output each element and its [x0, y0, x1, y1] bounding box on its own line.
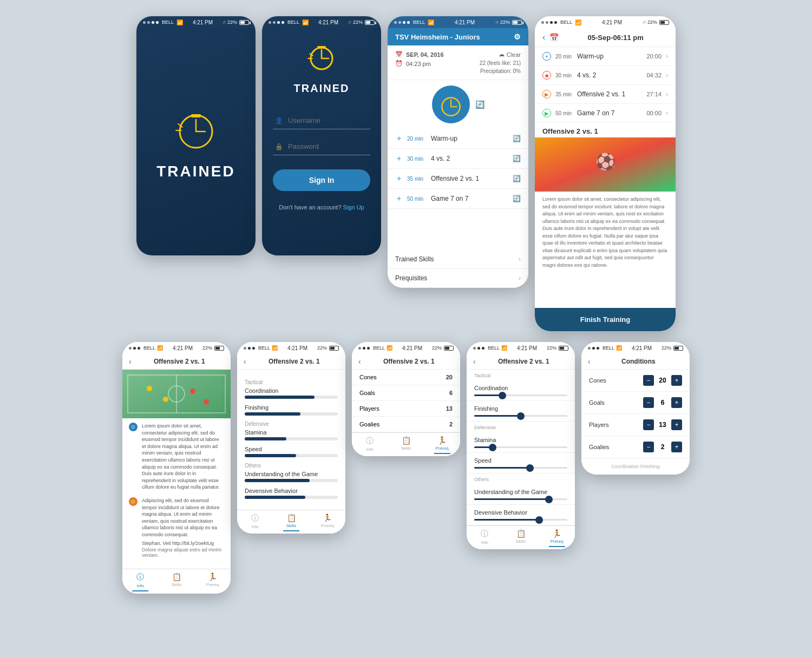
timer-svg [437, 91, 464, 118]
nav-info-6[interactable]: ⓘ Info [237, 514, 273, 531]
nav-skills-6[interactable]: 📋 Skills [273, 514, 310, 531]
finish-training-button[interactable]: Finish Training [535, 308, 676, 331]
svg-point-22 [163, 397, 168, 402]
understanding-track[interactable] [474, 498, 567, 500]
info-num-1: ⊙ [129, 423, 137, 431]
settings-icon[interactable]: ⚙ [514, 32, 521, 41]
d-timer-4: 00:00 [642, 110, 662, 116]
sb7: BELL 📶 4:21 PM 22% [352, 342, 460, 354]
duration-2: 30 min [407, 156, 427, 162]
goalies-minus-btn[interactable]: − [643, 442, 654, 452]
players-minus-btn[interactable]: − [643, 419, 654, 430]
signin-button[interactable]: Sign In [273, 169, 370, 191]
prereq-players: Players 13 [352, 401, 460, 417]
detail-item-4[interactable]: ▶ 50 min Game 7 on 7 00:00 › [535, 104, 676, 123]
prereq-icon-7: 🏃 [437, 436, 447, 445]
speed-track[interactable] [474, 467, 567, 469]
training-list: ＋ 20 min Warm-up 🔄 ＋ 30 min 4 vs. 2 🔄 ＋ … [388, 129, 528, 250]
svg-text:⚽: ⚽ [595, 152, 616, 172]
nav-skills-8[interactable]: 📋 Skills [503, 529, 539, 547]
dot3 [152, 21, 154, 24]
slider-tactical: Tactical [467, 373, 575, 378]
bottom-nav-7: ⓘ Info 📋 Skills 🏃 Prereq [352, 432, 460, 456]
back-8[interactable]: ‹ [473, 357, 476, 366]
nav-info-label-6: Info [252, 524, 259, 529]
back-7[interactable]: ‹ [358, 357, 361, 366]
cond-cones: Cones − 20 + [581, 370, 690, 392]
time-label: 4:21 PM [193, 19, 213, 25]
status-minus-2: ■ [542, 71, 551, 80]
nav-prereq-8[interactable]: 🏃 Prereq [539, 529, 575, 547]
goals-value: 6 [449, 390, 453, 396]
sync-icon-4[interactable]: 🔄 [513, 195, 521, 202]
nav-prereq-6[interactable]: 🏃 Prereq [309, 514, 345, 531]
skills-screen: ‹ Offensive 2 vs. 1 Tactical Coordinatio… [237, 354, 345, 534]
nav-info-5[interactable]: ⓘ Info [122, 573, 159, 591]
back-5[interactable]: ‹ [129, 357, 132, 366]
stamina-track[interactable] [474, 446, 567, 448]
trained-skills-row[interactable]: Trained Skills › [388, 250, 528, 269]
training-date: 📅 SEP, 04, 2016 [395, 51, 474, 58]
players-plus-btn[interactable]: + [671, 419, 682, 430]
plus-icon-3: ＋ [395, 174, 403, 183]
detail-item-3[interactable]: ▶ 35 min Offensive 2 vs. 1 27:14 › [535, 85, 676, 104]
finish-track[interactable] [474, 415, 567, 417]
goalies-plus-btn[interactable]: + [671, 442, 682, 452]
nav-prereq-7[interactable]: 🏃 Prereq [424, 436, 460, 454]
cones-plus-btn[interactable]: + [671, 375, 682, 386]
d-timer-3: 27:14 [642, 91, 662, 97]
back-9[interactable]: ‹ [588, 357, 591, 366]
bottom-nav-8: ⓘ Info 📋 Skills 🏃 Prereq [467, 525, 575, 549]
username-input[interactable] [273, 112, 370, 129]
detail-item-2[interactable]: ■ 30 min 4 vs. 2 04:32 › [535, 66, 676, 85]
tactical-label: Tactical [245, 379, 338, 385]
nav-info-7[interactable]: ⓘ Info [352, 436, 388, 454]
info-title: Offensive 2 vs. 1 [135, 358, 224, 365]
players-value: 13 [446, 405, 453, 412]
back-icon[interactable]: ‹ [542, 32, 545, 42]
login-screen: TRAINED 👤 🔒 Sign In Don't have an accoun… [262, 28, 381, 255]
prereq-list: Cones 20 Goals 6 Players 13 Goalies 2 [352, 370, 460, 432]
nav-underline-6 [283, 530, 299, 531]
sync-icon-3[interactable]: 🔄 [513, 175, 521, 182]
prerequisites-row[interactable]: Prequisites › [388, 269, 528, 288]
nav-skills-5[interactable]: 📋 Skills [159, 573, 195, 591]
svg-point-23 [190, 389, 195, 394]
info-link: Stephan, Veit http://bit.ly/2oektUg [142, 541, 224, 546]
nav-prereq-5[interactable]: 🏃 Prereq [194, 573, 231, 591]
status-icons: ⑁ 22% [222, 19, 249, 25]
info-phone: BELL 📶 4:21 PM 22% ‹ Offensive 2 vs. 1 [122, 342, 231, 594]
coord-track[interactable] [474, 394, 567, 396]
training-item-1[interactable]: ＋ 20 min Warm-up 🔄 [388, 129, 528, 149]
signup-link[interactable]: Sign Up [343, 204, 364, 210]
devensive-track[interactable] [474, 519, 567, 521]
sliders-phone: BELL 📶 4:21 PM 22% ‹ Offensive 2 vs. 1 T… [467, 342, 575, 549]
plus-icon-1: ＋ [395, 134, 403, 143]
back-6[interactable]: ‹ [244, 357, 246, 366]
goals-minus-btn[interactable]: − [643, 397, 654, 408]
nav-info-8[interactable]: ⓘ Info [467, 529, 503, 547]
sync-icon-1[interactable]: 🔄 [513, 135, 521, 142]
login-stopwatch-icon [305, 39, 338, 71]
training-item-3[interactable]: ＋ 35 min Offensive 2 vs. 1 🔄 [388, 169, 528, 189]
sync-icon-2[interactable]: 🔄 [513, 155, 521, 162]
goals-plus-btn[interactable]: + [671, 397, 682, 408]
info-screen: ‹ Offensive 2 vs. 1 [122, 354, 231, 594]
training-item-4[interactable]: ＋ 50 min Game 7 on 7 🔄 [388, 189, 528, 209]
status-plus-1: + [542, 52, 551, 61]
refresh-icon[interactable]: 🔄 [475, 100, 484, 109]
nav-skills-7[interactable]: 📋 Skills [388, 436, 424, 454]
cones-minus-btn[interactable]: − [643, 375, 654, 386]
detail-list: + 20 min Warm-up 20:00 › ■ 30 min 4 vs. … [535, 47, 676, 123]
training-item-2[interactable]: ＋ 30 min 4 vs. 2 🔄 [388, 149, 528, 169]
info-icon-5: ⓘ [136, 573, 144, 582]
password-input[interactable] [273, 138, 370, 155]
detail-item-1[interactable]: + 20 min Warm-up 20:00 › [535, 47, 676, 66]
drill-name-3: Offensive 2 vs. 1 [431, 175, 508, 182]
header-title: TSV Heimsheim - Juniors [395, 33, 480, 41]
arrow-2: › [519, 274, 521, 282]
prereq-title: Offensive 2 vs. 1 [364, 358, 454, 365]
status-play-4: ▶ [542, 109, 551, 117]
skills-header: ‹ Offensive 2 vs. 1 [237, 354, 345, 370]
prereq-screen: ‹ Offensive 2 vs. 1 Cones 20 Goals 6 Pla… [352, 354, 460, 456]
